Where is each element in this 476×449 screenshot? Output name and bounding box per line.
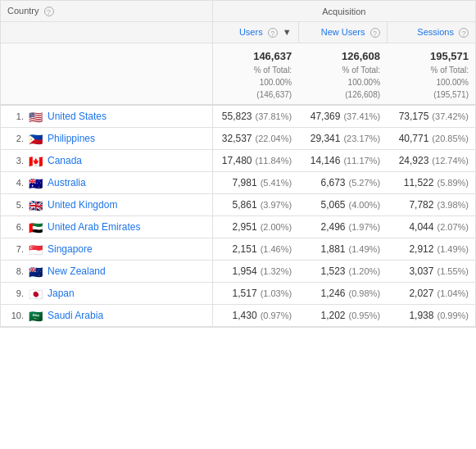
totals-new-users-pct-label: % of Total: 100.00% (126,608) [305, 64, 380, 101]
header-row-1: Country ? Acquisition [1, 1, 475, 22]
country-link[interactable]: Japan [48, 288, 75, 299]
users-pct: (1.03%) [261, 288, 292, 298]
sessions-column-header[interactable]: Sessions ? [387, 22, 475, 43]
country-link[interactable]: Australia [48, 177, 86, 188]
users-cell: 55,823(37.81%) [212, 105, 298, 128]
users-cell: 17,480(11.84%) [212, 150, 298, 172]
new-users-label: New Users [321, 27, 365, 37]
sessions-value: 7,782 [409, 199, 433, 211]
table-row: 9.🇯🇵Japan1,517(1.03%)1,246(0.98%)2,027(1… [1, 283, 475, 305]
users-cell: 2,951(2.00%) [212, 216, 298, 238]
new-users-cell: 6,673(5.27%) [298, 172, 387, 194]
users-column-header[interactable]: Users ? ▼ [212, 22, 298, 43]
sessions-pct: (0.99%) [437, 311, 469, 320]
rank-number: 10. [7, 311, 24, 320]
sessions-cell: 1,938(0.99%) [387, 305, 475, 327]
users-cell: 1,430(0.97%) [212, 305, 298, 327]
country-link[interactable]: Philippines [48, 133, 95, 144]
users-cell: 1,954(1.32%) [212, 261, 298, 283]
sessions-value: 2,027 [409, 288, 433, 299]
users-pct: (37.81%) [256, 111, 292, 121]
country-flag: 🇺🇸 [29, 111, 43, 121]
rank-number: 2. [7, 134, 24, 143]
country-link[interactable]: United States [48, 111, 107, 122]
sessions-pct: (1.55%) [437, 266, 469, 276]
new-users-value: 29,341 [311, 133, 341, 144]
new-users-cell: 14,146(11.17%) [298, 150, 387, 172]
rank-number: 3. [7, 156, 24, 166]
new-users-cell: 2,496(1.97%) [298, 216, 387, 238]
country-cell: 8.🇳🇿New Zealand [1, 261, 212, 283]
users-value: 55,823 [222, 111, 252, 122]
sessions-value: 24,923 [399, 155, 429, 166]
new-users-pct: (0.95%) [349, 311, 381, 320]
country-help-icon[interactable]: ? [44, 7, 54, 16]
new-users-pct: (23.17%) [343, 134, 380, 143]
new-users-pct: (11.17%) [343, 156, 380, 166]
users-pct: (0.97%) [261, 311, 292, 320]
country-link[interactable]: New Zealand [48, 265, 106, 277]
sessions-value: 11,522 [404, 177, 434, 188]
country-link[interactable]: Canada [48, 155, 82, 166]
users-pct: (2.00%) [261, 222, 292, 232]
rank-number: 1. [7, 111, 24, 121]
users-pct: (22.04%) [256, 134, 292, 143]
users-cell: 5,861(3.97%) [212, 194, 298, 216]
totals-sessions-pct2: 100.00% [437, 78, 469, 87]
totals-row: 146,637 % of Total: 100.00% (146,637) 12… [1, 43, 475, 106]
users-cell: 2,151(1.46%) [212, 238, 298, 261]
sessions-cell: 2,912(1.49%) [387, 238, 475, 261]
sort-down-icon: ▼ [283, 27, 292, 37]
country-flag: 🇦🇪 [29, 222, 43, 232]
rank-number: 9. [7, 288, 24, 298]
users-help-icon[interactable]: ? [268, 28, 278, 38]
sessions-help-icon[interactable]: ? [459, 28, 469, 38]
rank-number: 8. [7, 266, 24, 276]
country-link[interactable]: Saudi Arabia [48, 310, 103, 321]
totals-new-users-cell: 126,608 % of Total: 100.00% (126,608) [298, 43, 387, 106]
totals-new-users-pct2: 100.00% [348, 78, 380, 87]
country-flag: 🇵🇭 [29, 134, 43, 143]
country-cell: 2.🇵🇭Philippines [1, 128, 212, 150]
totals-new-users-paren: (126,608) [345, 90, 380, 99]
rank-number: 5. [7, 200, 24, 210]
sessions-pct: (37.42%) [432, 111, 469, 121]
country-cell: 6.🇦🇪United Arab Emirates [1, 216, 212, 238]
country-link[interactable]: United Arab Emirates [48, 221, 140, 233]
acquisition-header: Acquisition [212, 1, 475, 22]
country-label: Country [7, 6, 39, 16]
new-users-value: 1,881 [321, 243, 346, 255]
users-pct: (5.41%) [261, 178, 292, 188]
users-value: 7,981 [233, 177, 257, 188]
new-users-cell: 5,065(4.00%) [298, 194, 387, 216]
users-cell: 32,537(22.04%) [212, 128, 298, 150]
new-users-help-icon[interactable]: ? [370, 28, 380, 38]
country-header: Country ? [1, 1, 212, 22]
country-cell: 1.🇺🇸United States [1, 105, 212, 128]
sessions-value: 73,175 [399, 111, 429, 122]
totals-sessions-pct-text: % of Total: [430, 66, 469, 75]
new-users-value: 1,202 [321, 310, 346, 321]
totals-new-users-value: 126,608 [342, 50, 380, 62]
new-users-column-header[interactable]: New Users ? [298, 22, 387, 43]
totals-users-value: 146,637 [253, 50, 292, 62]
users-value: 32,537 [222, 133, 252, 144]
sessions-value: 3,037 [409, 265, 433, 277]
country-cell: 3.🇨🇦Canada [1, 150, 212, 172]
new-users-pct: (1.20%) [349, 266, 381, 276]
totals-sessions-paren: (195,571) [433, 90, 469, 99]
new-users-pct: (1.97%) [349, 222, 381, 232]
country-link[interactable]: United Kingdom [48, 199, 117, 211]
table-row: 5.🇬🇧United Kingdom5,861(3.97%)5,065(4.00… [1, 194, 475, 216]
totals-users-paren: (146,637) [256, 90, 292, 99]
country-cell: 4.🇦🇺Australia [1, 172, 212, 194]
sessions-pct: (1.04%) [437, 288, 469, 298]
users-value: 2,151 [233, 243, 257, 255]
country-link[interactable]: Singapore [48, 243, 93, 255]
users-value: 1,430 [233, 310, 257, 321]
sessions-pct: (20.85%) [432, 134, 469, 143]
users-value: 1,517 [233, 288, 257, 299]
totals-sessions-value: 195,571 [430, 50, 469, 62]
new-users-pct: (1.49%) [349, 244, 381, 254]
new-users-pct: (37.41%) [343, 111, 380, 121]
